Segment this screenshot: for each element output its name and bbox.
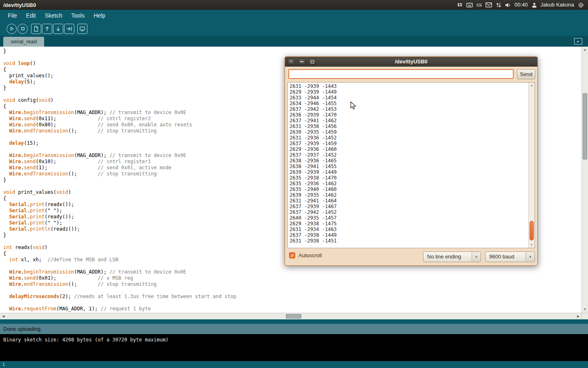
chevron-down-icon[interactable]: ▾ xyxy=(472,252,481,262)
username[interactable]: Jakub Kakona xyxy=(541,0,574,10)
mail-icon[interactable] xyxy=(486,2,492,7)
session-gear-icon[interactable] xyxy=(578,2,584,8)
network-arrows-icon[interactable] xyxy=(496,2,501,8)
upload-button[interactable] xyxy=(64,24,74,34)
autoscroll-label: Autoscroll xyxy=(298,252,322,258)
editor-horizontal-scrollbar[interactable]: ◀ ▶ xyxy=(0,313,581,319)
baud-rate-value: 9600 baud xyxy=(489,252,514,262)
serial-scroll-thumb[interactable] xyxy=(530,221,534,240)
status-message: Done uploading. xyxy=(3,326,42,332)
minimize-button[interactable] xyxy=(298,58,305,65)
scroll-up-arrow[interactable]: ▲ xyxy=(582,47,588,53)
serial-output-area[interactable]: 2631 -2939 -14432629 -2939 -14492633 -29… xyxy=(287,82,535,248)
line-ending-value: No line ending xyxy=(427,252,461,262)
mouse-cursor xyxy=(350,101,356,112)
editor-vertical-scrollbar[interactable]: ▲ ▼ xyxy=(581,47,588,313)
top-panel: /dev/ttyUSB0 cs 00:40 Jakub Kakona xyxy=(0,0,588,10)
keyboard-icon[interactable] xyxy=(466,3,473,7)
tab-label: serial_read xyxy=(11,38,37,45)
serial-input[interactable] xyxy=(288,69,514,79)
menu-file[interactable]: File xyxy=(3,10,22,21)
autoscroll-checkbox[interactable]: ✓ xyxy=(289,252,295,258)
console-output: Binary sketch size: 4208 bytes (of a 307… xyxy=(0,334,588,361)
tab-bar: serial_read ▸ xyxy=(0,36,588,47)
close-button[interactable]: × xyxy=(287,58,295,65)
tab-serial-read[interactable]: serial_read xyxy=(3,37,44,47)
serial-scrollbar[interactable]: ▲ ▼ xyxy=(528,83,535,248)
serial-monitor-button[interactable] xyxy=(77,24,87,34)
dropbox-icon[interactable] xyxy=(457,3,463,7)
status-bar: Done uploading. xyxy=(0,324,588,334)
tab-menu-icon[interactable]: ▸ xyxy=(574,38,582,45)
open-button[interactable] xyxy=(42,24,52,34)
serial-monitor-titlebar[interactable]: /dev/ttyUSB0 xyxy=(285,57,537,67)
send-button[interactable]: Send xyxy=(517,69,535,79)
minimize-icon xyxy=(300,61,303,62)
serial-scroll-up-arrow[interactable]: ▲ xyxy=(529,83,535,88)
serial-monitor-title: /dev/ttyUSB0 xyxy=(395,58,428,65)
serial-scroll-down-arrow[interactable]: ▼ xyxy=(529,242,535,247)
clock[interactable]: 00:40 xyxy=(514,0,528,10)
console-text: Binary sketch size: 4208 bytes (of a 307… xyxy=(3,337,585,343)
maximize-button[interactable] xyxy=(309,58,316,65)
user-icon[interactable] xyxy=(532,2,537,8)
serial-output: 2631 -2939 -14432629 -2939 -14492633 -29… xyxy=(290,83,528,247)
baud-rate-dropdown[interactable]: 9600 baud ▾ xyxy=(485,251,535,262)
chevron-down-icon[interactable]: ▾ xyxy=(526,252,535,262)
keyboard-layout-label[interactable]: cs xyxy=(477,0,482,10)
save-button[interactable] xyxy=(53,24,63,34)
system-tray: cs 00:40 Jakub Kakona xyxy=(457,0,588,10)
scroll-right-arrow[interactable]: ▶ xyxy=(575,313,581,319)
new-button[interactable] xyxy=(31,24,41,34)
serial-monitor-window: /dev/ttyUSB0 × Send 2631 -2939 -14432629… xyxy=(285,56,538,266)
menu-help[interactable]: Help xyxy=(89,10,110,21)
menu-tools[interactable]: Tools xyxy=(67,10,89,21)
vertical-scroll-thumb[interactable] xyxy=(583,93,587,159)
maximize-icon xyxy=(311,61,314,63)
scroll-left-arrow[interactable]: ◀ xyxy=(0,313,6,319)
line-number-strip: 1 xyxy=(0,361,588,368)
menubar: File Edit Sketch Tools Help xyxy=(0,10,588,21)
toolbar xyxy=(0,21,588,36)
scrollbar-corner xyxy=(581,313,588,319)
line-ending-dropdown[interactable]: No line ending ▾ xyxy=(423,251,481,262)
volume-icon[interactable] xyxy=(505,2,511,8)
stop-button[interactable] xyxy=(18,24,28,34)
verify-button[interactable] xyxy=(7,24,17,34)
focused-window-title: /dev/ttyUSB0 xyxy=(3,2,36,8)
horizontal-scroll-thumb[interactable] xyxy=(286,314,301,319)
scroll-down-arrow[interactable]: ▼ xyxy=(582,307,588,312)
menu-edit[interactable]: Edit xyxy=(22,10,40,21)
current-line-indicator: 1 xyxy=(2,362,5,367)
menu-sketch[interactable]: Sketch xyxy=(40,10,67,21)
